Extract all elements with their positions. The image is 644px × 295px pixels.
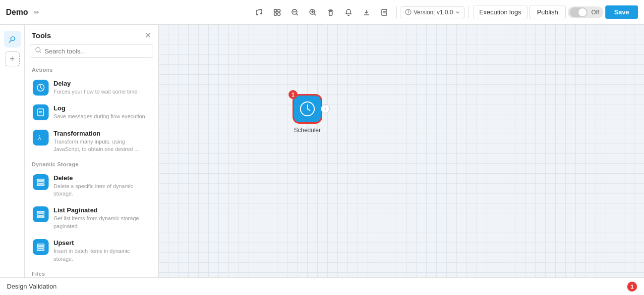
- tools-list: Actions Delay Forces your flow to wait s…: [25, 63, 158, 277]
- toolbar-btn-download[interactable]: [358, 4, 374, 20]
- svg-rect-4: [274, 13, 277, 15]
- exec-logs-button[interactable]: Execution logs: [473, 5, 528, 19]
- tools-panel: Tools ✕ Actions Delay Forces your flow t…: [25, 25, 159, 277]
- svg-rect-13: [329, 11, 332, 15]
- tool-name-delete: Delete: [54, 174, 150, 182]
- tool-item-delete[interactable]: Delete Delete a specific item of dynamic…: [30, 170, 153, 202]
- search-input[interactable]: [45, 48, 148, 55]
- toggle-switch[interactable]: [570, 7, 587, 17]
- svg-point-21: [408, 10, 409, 11]
- tools-header: Tools ✕: [25, 25, 158, 44]
- tool-name-delay: Delay: [54, 80, 150, 87]
- tool-item-list-paginated[interactable]: List Paginated Get list items from dynam…: [30, 202, 153, 234]
- canvas[interactable]: 1 › Scheduler: [159, 25, 644, 277]
- svg-rect-2: [274, 9, 277, 12]
- node-arrow[interactable]: ›: [321, 104, 330, 113]
- toolbar-btn-zoom-out[interactable]: [287, 4, 303, 20]
- tool-name-list-paginated: List Paginated: [54, 206, 150, 214]
- search-icon: [35, 47, 42, 55]
- toolbar-btn-delete[interactable]: [323, 4, 339, 20]
- svg-text:λ: λ: [38, 134, 41, 141]
- tool-item-upsert[interactable]: Upsert Insert in batch items in dynamic …: [30, 235, 153, 267]
- toggle-wrap: Off: [568, 6, 603, 18]
- version-label: Version: v1.0.0: [413, 9, 453, 16]
- toolbar-btn-music[interactable]: [251, 4, 267, 20]
- log-icon: [33, 104, 49, 120]
- design-validation-label: Design Validation: [7, 283, 622, 290]
- upsert-icon: [33, 239, 49, 255]
- edit-icon[interactable]: ✏: [34, 8, 40, 16]
- svg-point-22: [36, 48, 40, 52]
- node-label: Scheduler: [294, 127, 321, 134]
- transformation-icon: λ: [33, 130, 49, 146]
- svg-rect-25: [38, 109, 44, 116]
- tool-desc-list-paginated: Get list items from dynamic storage pagi…: [54, 215, 150, 230]
- svg-rect-16: [382, 9, 387, 15]
- svg-rect-32: [37, 211, 44, 213]
- search-wrap: [30, 44, 153, 58]
- left-toolbar: +: [0, 25, 25, 277]
- version-button[interactable]: Version: v1.0.0: [401, 6, 464, 18]
- save-button[interactable]: Save: [605, 5, 638, 19]
- svg-rect-36: [37, 246, 44, 248]
- svg-line-23: [40, 51, 41, 53]
- svg-rect-5: [278, 13, 280, 15]
- tools-title: Tools: [32, 31, 51, 40]
- list-paginated-icon: [33, 206, 49, 222]
- main-area: + Tools ✕ Actions Delay Forces your flow…: [0, 25, 644, 277]
- tool-desc-upsert: Insert in batch items in dynamic storage…: [54, 247, 150, 263]
- svg-rect-29: [37, 179, 44, 181]
- svg-rect-33: [37, 214, 44, 215]
- page-title: Demo: [6, 8, 28, 17]
- svg-rect-31: [37, 184, 44, 186]
- tool-desc-delete: Delete a specific item of dynamic storag…: [54, 183, 150, 198]
- svg-rect-35: [37, 244, 44, 246]
- toolbar-separator-2: [468, 6, 469, 18]
- delete-icon: [33, 174, 49, 190]
- section-label-files: Files: [32, 271, 151, 277]
- node-box[interactable]: ›: [293, 94, 322, 124]
- svg-point-0: [256, 14, 258, 15]
- header: Demo ✏ Version: v1.0.0: [0, 0, 644, 25]
- node-badge: 1: [289, 90, 297, 99]
- svg-line-12: [314, 14, 316, 15]
- toolbar: Version: v1.0.0 Execution logs Publish O…: [251, 4, 638, 20]
- left-btn-add[interactable]: +: [5, 51, 20, 66]
- delay-icon: [33, 80, 49, 96]
- tool-name-log: Log: [54, 104, 150, 112]
- bottom-bar: Design Validation 1: [0, 277, 644, 295]
- svg-rect-34: [37, 216, 44, 218]
- tool-item-transformation[interactable]: λ Transformation Transform many inputs, …: [30, 126, 153, 157]
- design-validation-badge: 1: [627, 282, 637, 292]
- svg-line-8: [296, 14, 298, 15]
- toolbar-separator: [396, 6, 397, 18]
- section-label-actions: Actions: [32, 67, 151, 73]
- left-btn-tools[interactable]: [4, 31, 21, 48]
- publish-button[interactable]: Publish: [529, 5, 566, 19]
- toggle-label: Off: [589, 9, 601, 16]
- toolbar-btn-file[interactable]: [376, 4, 392, 20]
- svg-rect-3: [278, 9, 280, 12]
- svg-rect-37: [37, 249, 44, 250]
- tool-desc-transformation: Transform many inputs, using JavaScript,…: [54, 138, 150, 153]
- tool-name-transformation: Transformation: [54, 130, 150, 137]
- tools-close-button[interactable]: ✕: [145, 31, 151, 40]
- svg-rect-30: [37, 182, 44, 183]
- toolbar-btn-bell[interactable]: [341, 4, 356, 20]
- section-label-dynamic-storage: Dynamic Storage: [32, 161, 151, 167]
- toolbar-btn-zoom-in[interactable]: [305, 4, 321, 20]
- tool-item-delay[interactable]: Delay Forces your flow to wait some time…: [30, 76, 153, 99]
- toolbar-btn-grid[interactable]: [269, 4, 285, 20]
- tool-desc-log: Save messages during flow execution.: [54, 113, 150, 120]
- tool-name-upsert: Upsert: [54, 239, 150, 246]
- tool-desc-delay: Forces your flow to wait some time.: [54, 88, 150, 96]
- scheduler-node[interactable]: 1 › Scheduler: [293, 94, 322, 134]
- svg-point-1: [260, 13, 262, 14]
- tool-item-log[interactable]: Log Save messages during flow execution.: [30, 100, 153, 124]
